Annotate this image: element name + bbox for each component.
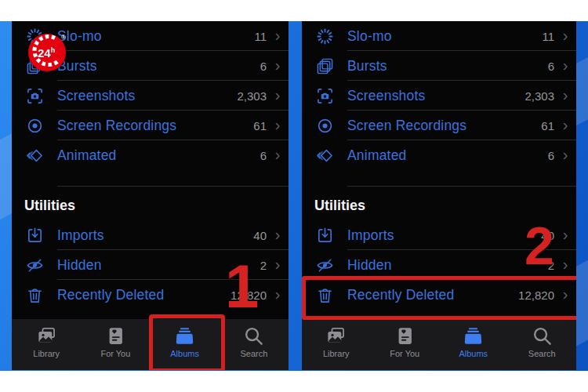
album-row-label: Imports bbox=[57, 227, 104, 244]
album-row-label: Recently Deleted bbox=[57, 287, 164, 303]
tab-label: For You bbox=[100, 349, 130, 358]
hidden-icon bbox=[302, 256, 347, 274]
badge-h-text: h bbox=[51, 46, 56, 54]
library-icon bbox=[325, 325, 347, 347]
tab-albums[interactable]: Albums bbox=[439, 319, 508, 370]
chevron-right-icon: › bbox=[554, 57, 576, 75]
tab-for-you[interactable]: For You bbox=[81, 319, 150, 370]
photos-albums-screen-step2: Slo-mo 11 › Bursts 6 › Screenshots 2,303… bbox=[302, 21, 576, 370]
album-row-count: 2,303 bbox=[524, 89, 554, 103]
tab-label: Search bbox=[528, 349, 556, 358]
media-types-list: Slo-mo 11 › Bursts 6 › Screenshots 2,303… bbox=[302, 21, 576, 170]
album-row-count: 6 bbox=[260, 149, 267, 162]
chevron-right-icon: › bbox=[267, 117, 289, 135]
badge-24-text: 24 bbox=[38, 46, 51, 60]
album-row-slo-mo[interactable]: Slo-mo 11 › bbox=[302, 21, 576, 51]
album-row-count: 40 bbox=[253, 229, 267, 242]
chevron-right-icon: › bbox=[267, 147, 289, 165]
utilities-section-header: Utilities bbox=[314, 195, 365, 216]
album-row-count: 2,303 bbox=[237, 89, 267, 103]
tab-library[interactable]: Library bbox=[12, 319, 81, 370]
tab-bar: Library For You Albums Search bbox=[302, 319, 576, 370]
screen-recordings-icon bbox=[12, 117, 57, 135]
imports-icon bbox=[12, 227, 57, 245]
tab-for-you[interactable]: For You bbox=[371, 319, 440, 370]
tab-library[interactable]: Library bbox=[302, 319, 371, 370]
hidden-icon bbox=[12, 256, 57, 274]
imports-icon bbox=[302, 227, 347, 245]
tab-label: Library bbox=[33, 349, 60, 358]
album-row-count: 2 bbox=[260, 259, 267, 272]
animated-icon bbox=[302, 147, 347, 165]
chevron-right-icon: › bbox=[554, 87, 576, 105]
album-row-bursts[interactable]: Bursts 6 › bbox=[302, 51, 576, 81]
recently-deleted-icon bbox=[12, 286, 57, 304]
album-row-animated[interactable]: Animated 6 › bbox=[12, 140, 289, 170]
tutorial-image: Slo-mo 11 › Bursts 6 › Screenshots 2,303… bbox=[0, 0, 588, 392]
albums-icon bbox=[463, 325, 484, 347]
album-row-label: Slo-mo bbox=[347, 28, 392, 45]
screenshots-icon bbox=[12, 87, 57, 105]
step-1-highlight-box bbox=[149, 314, 225, 370]
album-row-screen-recordings[interactable]: Screen Recordings 61 › bbox=[302, 111, 576, 140]
album-row-screen-recordings[interactable]: Screen Recordings 61 › bbox=[12, 111, 289, 140]
chevron-right-icon: › bbox=[267, 87, 289, 105]
chevron-right-icon: › bbox=[267, 256, 289, 274]
tab-label: Library bbox=[323, 349, 350, 358]
album-row-count: 61 bbox=[541, 119, 554, 132]
search-icon bbox=[532, 325, 553, 347]
album-row-label: Hidden bbox=[347, 257, 392, 274]
chevron-right-icon: › bbox=[267, 227, 289, 245]
album-row-label: Bursts bbox=[347, 58, 387, 74]
chevron-right-icon: › bbox=[267, 57, 289, 75]
tab-label: Search bbox=[240, 349, 267, 358]
animated-icon bbox=[12, 147, 57, 165]
library-icon bbox=[36, 325, 57, 347]
album-row-screenshots[interactable]: Screenshots 2,303 › bbox=[12, 81, 289, 111]
album-row-screenshots[interactable]: Screenshots 2,303 › bbox=[302, 81, 576, 111]
tab-search[interactable]: Search bbox=[220, 319, 289, 370]
chevron-right-icon: › bbox=[554, 227, 576, 245]
album-row-imports[interactable]: Imports 40 › bbox=[12, 220, 289, 250]
chevron-right-icon: › bbox=[267, 27, 289, 45]
album-row-label: Animated bbox=[347, 147, 407, 164]
section-separator bbox=[347, 186, 576, 187]
album-row-count: 61 bbox=[253, 119, 267, 132]
album-row-label: Screen Recordings bbox=[57, 118, 176, 134]
album-row-count: 11 bbox=[542, 30, 554, 43]
album-row-count: 6 bbox=[548, 60, 554, 73]
step-2-number: 2 bbox=[524, 219, 554, 272]
album-row-label: Screenshots bbox=[57, 88, 135, 104]
chevron-right-icon: › bbox=[554, 147, 576, 165]
chevron-right-icon: › bbox=[554, 117, 576, 135]
for-you-icon bbox=[105, 325, 126, 347]
album-row-label: Hidden bbox=[57, 257, 102, 274]
album-row-count: 11 bbox=[254, 30, 267, 43]
album-row-animated[interactable]: Animated 6 › bbox=[302, 140, 576, 170]
slo-mo-icon bbox=[302, 27, 347, 45]
screen-recordings-icon bbox=[302, 117, 347, 135]
photos-albums-screen-step1: Slo-mo 11 › Bursts 6 › Screenshots 2,303… bbox=[12, 21, 289, 370]
tab-search[interactable]: Search bbox=[508, 319, 577, 370]
album-row-count: 6 bbox=[260, 60, 267, 73]
utilities-section-header: Utilities bbox=[24, 195, 75, 216]
screenshots-icon bbox=[302, 87, 347, 105]
24h-badge: 24h ® bbox=[27, 31, 68, 73]
step-1-number: 1 bbox=[225, 256, 259, 317]
album-row-count: 6 bbox=[548, 149, 554, 162]
album-row-label: Screenshots bbox=[347, 88, 425, 104]
album-row-label: Imports bbox=[347, 227, 394, 244]
step-2-highlight-box bbox=[302, 276, 576, 320]
tab-label: Albums bbox=[459, 349, 488, 358]
tab-label: For You bbox=[390, 349, 419, 358]
search-icon bbox=[243, 325, 264, 347]
album-row-label: Animated bbox=[57, 147, 117, 164]
for-you-icon bbox=[394, 325, 416, 347]
chevron-right-icon: › bbox=[267, 286, 289, 304]
bursts-icon bbox=[302, 57, 347, 75]
registered-mark: ® bbox=[61, 34, 66, 41]
chevron-right-icon: › bbox=[554, 27, 576, 45]
chevron-right-icon: › bbox=[554, 256, 576, 274]
section-separator bbox=[57, 186, 289, 187]
album-row-label: Screen Recordings bbox=[347, 118, 466, 134]
